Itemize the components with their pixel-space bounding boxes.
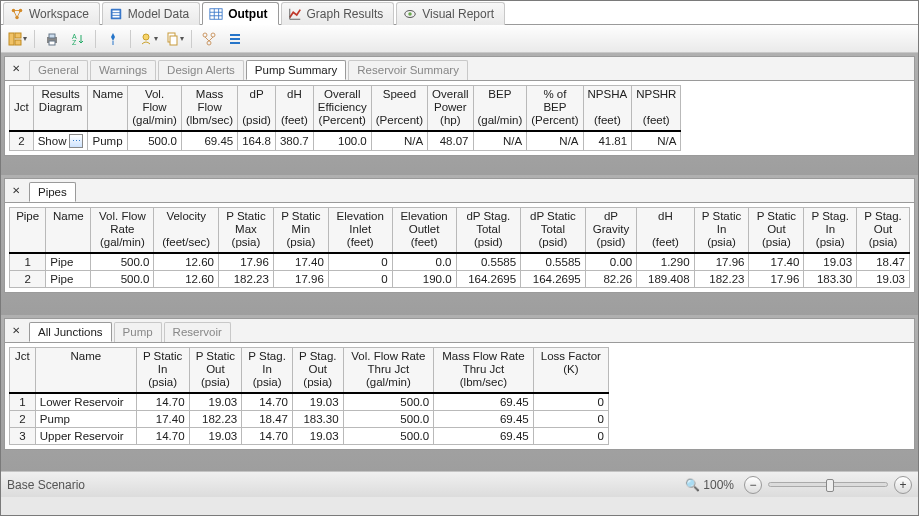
visual-report-icon [403,7,417,21]
col-header[interactable]: P Stag.In(psia) [804,208,857,253]
col-header[interactable]: ElevationOutlet(feet) [392,208,456,253]
col-header[interactable]: P Stag.In(psia) [242,348,293,393]
col-bep[interactable]: BEP(gal/min) [473,86,527,131]
flow-button[interactable] [197,28,221,50]
col-jct[interactable]: Jct [10,86,34,131]
table-row[interactable]: 1Lower Reservoir14.7019.0314.7019.03500.… [10,393,609,411]
col-efficiency[interactable]: OverallEfficiency(Percent) [313,86,371,131]
col-npsha[interactable]: NPSHA(feet) [583,86,632,131]
chevron-down-icon: ▾ [154,34,158,43]
print-button[interactable] [40,28,64,50]
col-name[interactable]: Name [88,86,128,131]
table-row[interactable]: 3Upper Reservoir14.7019.0314.7019.03500.… [10,427,609,444]
col-header[interactable]: P Stag.Out(psia) [857,208,910,253]
subtab-warnings[interactable]: Warnings [90,60,156,80]
show-diagram-button[interactable]: ⋯ [69,134,83,148]
subtab-jct-pump[interactable]: Pump [114,322,162,342]
col-volflow[interactable]: Vol.Flow(gal/min) [128,86,182,131]
col-header[interactable]: P StaticIn(psia) [694,208,749,253]
zoom-slider[interactable] [768,482,888,487]
col-header[interactable]: P Stag.Out(psia) [292,348,343,393]
col-header[interactable]: P StaticOut(psia) [189,348,242,393]
subtab-all-junctions[interactable]: All Junctions [29,322,112,342]
tab-label: Visual Report [422,7,494,21]
svg-rect-31 [230,34,240,36]
scenario-label: Base Scenario [7,478,85,492]
table-row[interactable]: 2 Show ⋯ Pump 500.0 69.45 164.8 380.7 10 [10,131,681,151]
tab-label: Workspace [29,7,89,21]
magnifier-icon: 🔍 [685,478,700,492]
subtab-pump-summary[interactable]: Pump Summary [246,60,346,80]
col-npshr[interactable]: NPSHR(feet) [632,86,681,131]
status-bar: Base Scenario 🔍 100% − + [1,471,918,497]
col-dp[interactable]: dP(psid) [238,86,276,131]
copy-button[interactable]: ▾ [162,28,186,50]
pin-button[interactable] [101,28,125,50]
svg-rect-7 [210,8,222,19]
tab-output[interactable]: Output [202,2,278,25]
col-header[interactable]: Name [46,208,91,253]
col-header[interactable]: dP Stag.Total(psid) [456,208,521,253]
col-header[interactable]: P StaticOut(psia) [749,208,804,253]
col-header[interactable]: dPGravity(psid) [585,208,637,253]
separator [95,30,96,48]
col-header[interactable]: Velocity(feet/sec) [154,208,219,253]
col-header[interactable]: ElevationInlet(feet) [328,208,392,253]
subtab-general[interactable]: General [29,60,88,80]
zoom-handle[interactable] [826,479,834,492]
col-header[interactable]: dP StaticTotal(psid) [521,208,586,253]
collapse-button[interactable]: ✕ [7,181,25,201]
tab-workspace[interactable]: Workspace [3,2,100,25]
svg-rect-17 [15,33,21,38]
filter-button[interactable]: ▾ [136,28,160,50]
subtab-jct-reservoir[interactable]: Reservoir [164,322,231,342]
layout-button[interactable]: ▾ [5,28,29,50]
separator [34,30,35,48]
table-row[interactable]: 1Pipe500.012.6017.9617.4000.00.55850.558… [10,253,910,271]
col-pctbep[interactable]: % ofBEP(Percent) [527,86,583,131]
col-header[interactable]: Name [35,348,136,393]
col-speed[interactable]: Speed(Percent) [371,86,427,131]
col-header[interactable]: Jct [10,348,36,393]
col-header[interactable]: P StaticMin(psia) [273,208,328,253]
col-header[interactable]: Pipe [10,208,46,253]
table-row[interactable]: 2Pipe500.012.60182.2317.960190.0164.2695… [10,270,910,287]
col-header[interactable]: dH(feet) [637,208,694,253]
tab-label: Model Data [128,7,189,21]
col-header[interactable]: Vol. Flow RateThru Jct(gal/min) [343,348,434,393]
col-power[interactable]: OverallPower(hp) [428,86,473,131]
subtab-reservoir-summary[interactable]: Reservoir Summary [348,60,468,80]
tab-graph-results[interactable]: Graph Results [281,2,395,25]
tab-model-data[interactable]: Model Data [102,2,200,25]
chevron-down-icon: ▾ [180,34,184,43]
junctions-panel-area: ✕ All Junctions Pump Reservoir JctNameP … [1,315,918,471]
separator [191,30,192,48]
svg-rect-16 [9,33,14,45]
svg-point-30 [207,41,211,45]
sort-button[interactable]: AZ [66,28,90,50]
collapse-button[interactable]: ✕ [7,321,25,341]
col-header[interactable]: P StaticMax(psia) [219,208,274,253]
collapse-button[interactable]: ✕ [7,59,25,79]
pipes-grid[interactable]: PipeNameVol. FlowRate(gal/min)Velocity(f… [9,207,910,288]
tab-label: Graph Results [307,7,384,21]
col-header[interactable]: Vol. FlowRate(gal/min) [91,208,154,253]
svg-rect-32 [230,38,240,40]
zoom-out-button[interactable]: − [744,476,762,494]
list-button[interactable] [223,28,247,50]
col-header[interactable]: Loss Factor(K) [533,348,608,393]
subtab-pipes[interactable]: Pipes [29,182,76,202]
workspace-icon [10,7,24,21]
subtab-design-alerts[interactable]: Design Alerts [158,60,244,80]
col-dh[interactable]: dH(feet) [275,86,313,131]
col-results-diagram[interactable]: ResultsDiagram [33,86,88,131]
svg-rect-33 [230,42,240,44]
junctions-grid[interactable]: JctNameP StaticIn(psia)P StaticOut(psia)… [9,347,609,445]
tab-visual-report[interactable]: Visual Report [396,2,505,25]
col-massflow[interactable]: MassFlow(lbm/sec) [181,86,237,131]
zoom-in-button[interactable]: + [894,476,912,494]
pump-summary-grid[interactable]: Jct ResultsDiagram Name Vol.Flow(gal/min… [9,85,681,151]
col-header[interactable]: P StaticIn(psia) [136,348,189,393]
col-header[interactable]: Mass Flow RateThru Jct(lbm/sec) [434,348,534,393]
table-row[interactable]: 2Pump17.40182.2318.47183.30500.069.450 [10,410,609,427]
